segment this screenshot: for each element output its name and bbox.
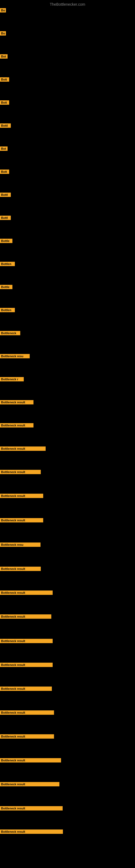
bottleneck-badge-7: Bott bbox=[0, 169, 9, 174]
badge-item: Bottleneck result bbox=[0, 830, 63, 835]
bottleneck-badge-6: Bot bbox=[0, 147, 8, 151]
bottleneck-badge-2: Bot bbox=[0, 54, 8, 59]
badge-item: Bottleneck result bbox=[0, 663, 53, 668]
bottleneck-badge-13: Bottlen bbox=[0, 308, 15, 312]
badge-item: Bottle bbox=[0, 239, 12, 244]
badge-item: Bottleneck resu bbox=[0, 542, 41, 548]
badge-item: Bottleneck result bbox=[0, 446, 46, 452]
bottleneck-badge-34: Bottleneck result bbox=[0, 806, 63, 810]
badge-item: Bottleneck result bbox=[0, 567, 41, 572]
badge-item: Bo bbox=[0, 31, 6, 37]
badge-item: Bottleneck result bbox=[0, 758, 61, 764]
badge-item: Bo bbox=[0, 8, 6, 13]
badge-item: Bot bbox=[0, 147, 8, 152]
bottleneck-badge-24: Bottleneck result bbox=[0, 567, 41, 571]
badge-item: Bottleneck result bbox=[0, 518, 43, 524]
bottleneck-badge-33: Bottleneck result bbox=[0, 782, 59, 786]
bottleneck-badge-31: Bottleneck result bbox=[0, 734, 54, 739]
bottleneck-badge-11: Bottlen bbox=[0, 262, 15, 266]
bottleneck-badge-14: Bottleneck bbox=[0, 331, 20, 335]
bottleneck-badge-17: Bottleneck result bbox=[0, 400, 34, 404]
badge-item: Bottleneck resu bbox=[0, 354, 30, 360]
badge-item: Bottleneck result bbox=[0, 614, 51, 620]
bottleneck-badge-23: Bottleneck resu bbox=[0, 542, 41, 547]
bottleneck-badge-28: Bottleneck result bbox=[0, 663, 53, 667]
badge-item: Bott bbox=[0, 77, 9, 83]
bottleneck-badge-25: Bottleneck result bbox=[0, 590, 53, 595]
bottleneck-badge-21: Bottleneck result bbox=[0, 494, 43, 498]
bottleneck-badge-20: Bottleneck result bbox=[0, 470, 41, 474]
badge-item: Bottleneck result bbox=[0, 782, 59, 787]
badge-item: Bottleneck result bbox=[0, 494, 43, 499]
badge-item: Bottleneck result bbox=[0, 686, 52, 692]
badge-item: Bottlen bbox=[0, 262, 15, 267]
bottleneck-badge-16: Bottleneck r bbox=[0, 377, 24, 381]
bottleneck-badge-32: Bottleneck result bbox=[0, 758, 61, 763]
bottleneck-badge-3: Bott bbox=[0, 77, 9, 82]
badge-item: Bottlen bbox=[0, 308, 15, 313]
bottleneck-badge-18: Bottleneck result bbox=[0, 423, 34, 428]
bottleneck-badge-4: Bott bbox=[0, 100, 9, 105]
badge-item: Bottleneck bbox=[0, 331, 20, 336]
bottleneck-badge-15: Bottleneck resu bbox=[0, 354, 30, 358]
badge-item: Bott bbox=[0, 169, 9, 175]
badge-item: Bottleneck r bbox=[0, 377, 24, 382]
bottleneck-badge-9: Bottl bbox=[0, 216, 11, 220]
bottleneck-badge-12: Bottle bbox=[0, 285, 12, 289]
site-title: TheBottlenecker.com bbox=[50, 2, 85, 6]
bottleneck-badge-30: Bottleneck result bbox=[0, 710, 54, 715]
badge-item: Bottleneck result bbox=[0, 423, 34, 429]
bottleneck-badge-5: Bottl bbox=[0, 123, 11, 128]
badge-item: Bot bbox=[0, 54, 8, 60]
badge-item: Bottleneck result bbox=[0, 639, 53, 644]
badge-item: Bottl bbox=[0, 216, 11, 221]
bottleneck-badge-26: Bottleneck result bbox=[0, 614, 51, 619]
bottleneck-badge-0: Bo bbox=[0, 8, 6, 12]
bottleneck-badge-19: Bottleneck result bbox=[0, 446, 46, 451]
badge-item: Bottl bbox=[0, 193, 11, 198]
bottleneck-badge-22: Bottleneck result bbox=[0, 518, 43, 522]
badge-item: Bottleneck result bbox=[0, 806, 63, 812]
badge-item: Bottleneck result bbox=[0, 590, 53, 596]
bottleneck-badge-1: Bo bbox=[0, 31, 6, 35]
badge-item: Bottleneck result bbox=[0, 470, 41, 475]
bottleneck-badge-8: Bottl bbox=[0, 193, 11, 197]
badge-item: Bottle bbox=[0, 285, 12, 290]
bottleneck-badge-35: Bottleneck result bbox=[0, 830, 63, 834]
badge-item: Bottl bbox=[0, 123, 11, 129]
badge-item: Bottleneck result bbox=[0, 400, 34, 405]
bottleneck-badge-29: Bottleneck result bbox=[0, 686, 52, 691]
bottleneck-badge-10: Bottle bbox=[0, 239, 12, 243]
bottleneck-badge-27: Bottleneck result bbox=[0, 639, 53, 643]
badge-item: Bottleneck result bbox=[0, 734, 54, 740]
badge-item: Bott bbox=[0, 100, 9, 106]
badge-item: Bottleneck result bbox=[0, 710, 54, 716]
